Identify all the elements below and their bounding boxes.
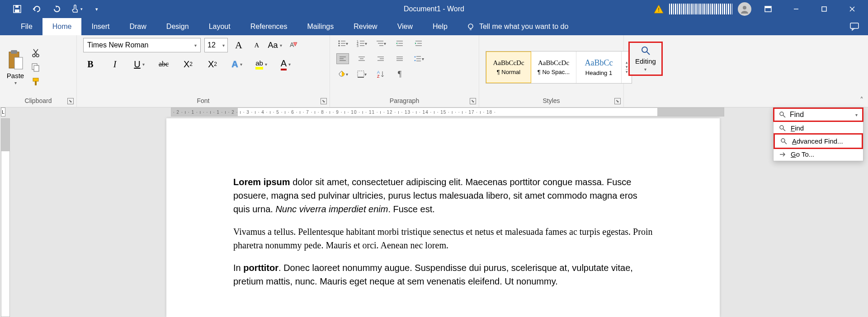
paragraph-1[interactable]: Lorem ipsum dolor sit amet, consectetuer… [233, 175, 653, 216]
menu-find[interactable]: Find [774, 121, 863, 135]
save-icon[interactable] [9, 1, 25, 17]
subscript-button[interactable]: X2 [181, 58, 195, 70]
bullets-icon[interactable]: ▾ [336, 38, 349, 49]
tab-draw[interactable]: Draw [119, 18, 156, 35]
tab-file[interactable]: File [11, 18, 42, 35]
bold-button[interactable]: B [83, 58, 98, 70]
numbering-icon[interactable]: 123▾ [355, 38, 368, 49]
svg-rect-17 [14, 57, 23, 69]
italic-button[interactable]: I [108, 58, 122, 70]
collapse-ribbon-icon[interactable]: ˄ [860, 96, 863, 104]
clear-formatting-icon[interactable]: A [286, 39, 300, 51]
svg-rect-24 [33, 78, 38, 81]
grow-font-icon[interactable]: A [231, 39, 246, 51]
title-right-controls: ! [654, 0, 868, 18]
editing-button[interactable]: Editing ▾ [628, 42, 663, 76]
underline-button[interactable]: U▾ [132, 58, 146, 70]
borders-icon[interactable]: ▾ [355, 69, 368, 79]
tell-me-search[interactable]: Tell me what you want to do [467, 18, 841, 35]
align-left-icon[interactable] [336, 53, 349, 64]
style-normal[interactable]: AaBbCcDc ¶ Normal [486, 51, 531, 83]
paragraph-2[interactable]: Vivamus a tellus. Pellentesque habitant … [233, 225, 653, 252]
change-case-icon[interactable]: Aa▾ [268, 39, 282, 51]
svg-point-27 [338, 41, 340, 42]
shrink-font-icon[interactable]: A [250, 39, 264, 51]
copy-icon[interactable] [31, 62, 41, 72]
svg-point-19 [36, 54, 39, 57]
font-launcher-icon[interactable]: ⬊ [321, 98, 327, 104]
comments-icon[interactable] [841, 18, 868, 35]
menu-advanced-find[interactable]: Advanced Find... [774, 133, 863, 149]
close-icon[interactable] [841, 0, 863, 18]
tab-layout[interactable]: Layout [199, 18, 241, 35]
tab-design[interactable]: Design [156, 18, 199, 35]
align-right-icon[interactable] [374, 53, 387, 64]
cut-icon[interactable] [31, 48, 41, 58]
svg-point-18 [33, 54, 35, 57]
shading-icon[interactable]: ▾ [336, 69, 349, 79]
search-icon [779, 111, 786, 118]
clipboard-launcher-icon[interactable]: ⬊ [67, 98, 74, 104]
style-heading-1[interactable]: AaBbCc Heading 1 [576, 51, 622, 83]
menu-advanced-find-label: Advanced Find... [792, 137, 843, 145]
svg-point-29 [338, 43, 340, 44]
tab-selector[interactable]: L [1, 107, 5, 117]
tab-view[interactable]: View [387, 18, 423, 35]
tab-help[interactable]: Help [423, 18, 458, 35]
show-hide-icon[interactable]: ¶ [393, 69, 406, 79]
font-name-selector[interactable]: Times New Roman▾ [83, 38, 201, 52]
vertical-ruler[interactable] [1, 118, 10, 317]
user-avatar[interactable] [738, 2, 751, 16]
search-icon [780, 138, 788, 145]
paragraph-3[interactable]: In porttitor. Donec laoreet nonummy augu… [233, 261, 653, 288]
horizontal-ruler[interactable]: · 2 · ı · 1 · ı · · ı · 1 · ı · 2 · ı · … [171, 107, 724, 117]
warning-icon[interactable]: ! [654, 5, 664, 14]
tab-insert[interactable]: Insert [81, 18, 119, 35]
group-font: Times New Roman▾ 12▾ A A Aa▾ A B I U▾ ab… [77, 35, 330, 107]
ribbon-display-icon[interactable] [757, 0, 779, 18]
multilevel-list-icon[interactable]: ▾ [374, 38, 387, 49]
styles-gallery[interactable]: AaBbCcDc ¶ Normal AaBbCcDc ¶ No Spac... … [486, 51, 632, 84]
svg-rect-8 [822, 7, 826, 11]
styles-launcher-icon[interactable]: ⬊ [614, 98, 621, 104]
svg-point-69 [780, 112, 783, 116]
svg-line-74 [784, 142, 787, 144]
svg-point-71 [780, 126, 783, 129]
justify-icon[interactable] [393, 53, 406, 64]
font-size-selector[interactable]: 12▾ [204, 38, 228, 52]
svg-text:3: 3 [357, 44, 359, 47]
undo-icon[interactable] [29, 1, 45, 17]
strikethrough-button[interactable]: abc [156, 58, 171, 70]
increase-indent-icon[interactable] [412, 38, 425, 49]
tab-home[interactable]: Home [42, 18, 82, 35]
sort-icon[interactable]: AZ [374, 69, 387, 79]
window-title: Document1 - Word [404, 5, 464, 13]
line-spacing-icon[interactable]: ▾ [412, 53, 425, 64]
font-color-icon[interactable]: A▾ [278, 58, 293, 70]
svg-rect-16 [11, 50, 17, 54]
minimize-icon[interactable] [785, 0, 807, 18]
highlight-icon[interactable]: ab▾ [254, 58, 269, 70]
page[interactable]: Lorem ipsum dolor sit amet, consectetuer… [166, 118, 720, 317]
decrease-indent-icon[interactable] [393, 38, 406, 49]
format-painter-icon[interactable] [31, 77, 41, 87]
paste-button[interactable]: Paste ▾ [6, 49, 24, 85]
ribbon: Paste ▾ Clipboard ⬊ Times New Roman▾ 12▾… [0, 35, 868, 107]
find-split-button[interactable]: Find ▾ [773, 107, 863, 122]
text-effects-icon[interactable]: A▾ [230, 58, 244, 70]
touch-mode-icon[interactable]: ▾ [69, 1, 85, 17]
tab-references[interactable]: References [241, 18, 297, 35]
font-label: Font [83, 96, 323, 106]
svg-rect-2 [15, 5, 19, 8]
superscript-button[interactable]: X2 [205, 58, 220, 70]
redo-icon[interactable] [49, 1, 65, 17]
paragraph-launcher-icon[interactable]: ⬊ [470, 98, 476, 104]
tab-mailings[interactable]: Mailings [297, 18, 344, 35]
find-dropdown: Find ▾ Find Advanced Find... Go To... [773, 107, 863, 161]
maximize-icon[interactable] [813, 0, 835, 18]
align-center-icon[interactable] [355, 53, 368, 64]
tab-review[interactable]: Review [344, 18, 387, 35]
menu-go-to[interactable]: Go To... [774, 148, 863, 161]
customize-qat-icon[interactable]: ▾ [89, 1, 105, 17]
style-no-spacing[interactable]: AaBbCcDc ¶ No Spac... [531, 51, 576, 83]
